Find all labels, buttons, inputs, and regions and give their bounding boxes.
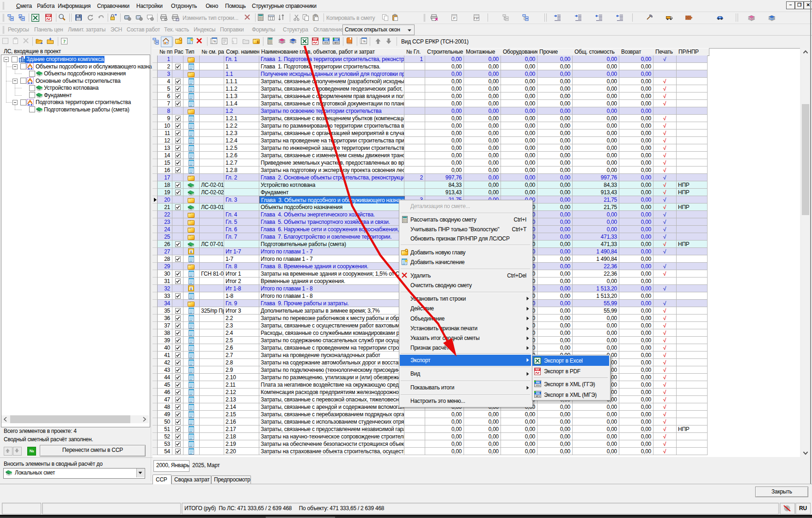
- svg-text:XML: XML: [536, 392, 541, 395]
- svg-text:ПР: ПР: [474, 16, 479, 20]
- svg-text:Σ: Σ: [190, 250, 192, 254]
- svg-text:XML: XML: [536, 381, 541, 384]
- svg-text:%: %: [213, 40, 216, 43]
- svg-text:ГГЭ: ГГЭ: [536, 384, 539, 387]
- svg-text:МГЭ: МГЭ: [536, 395, 540, 397]
- svg-text:%: %: [363, 40, 366, 43]
- svg-text:Σ: Σ: [190, 287, 192, 291]
- svg-text:F: F: [293, 41, 295, 44]
- svg-text:PDF: PDF: [536, 369, 540, 371]
- svg-text:Σ: Σ: [257, 40, 259, 44]
- svg-text:ГГЭ: ГГЭ: [324, 42, 328, 44]
- svg-text:МГЭ: МГЭ: [335, 42, 339, 44]
- svg-text:P: P: [453, 16, 455, 20]
- svg-text:PDF: PDF: [313, 38, 317, 41]
- svg-text:XML: XML: [334, 38, 339, 41]
- svg-text:PDF: PDF: [47, 15, 51, 17]
- svg-text:?: ?: [63, 38, 65, 44]
- svg-text:XML: XML: [324, 38, 329, 41]
